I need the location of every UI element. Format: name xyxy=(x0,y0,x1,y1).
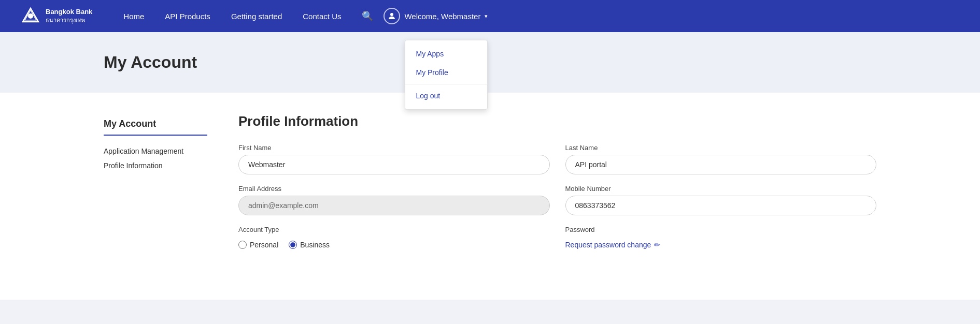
dropdown-my-apps[interactable]: My Apps xyxy=(405,45,487,63)
nav-contact-us[interactable]: Contact Us xyxy=(303,12,341,21)
request-password-text: Request password change xyxy=(565,241,651,249)
request-password-link[interactable]: Request password change ✏ xyxy=(565,241,877,249)
nav-home[interactable]: Home xyxy=(123,12,144,21)
business-radio[interactable] xyxy=(289,241,297,249)
first-name-input[interactable] xyxy=(238,155,550,174)
mobile-input[interactable] xyxy=(565,196,877,215)
first-name-group: First Name xyxy=(238,144,550,174)
main-content: My Account Application Management Profil… xyxy=(0,93,980,300)
user-dropdown-menu: My Apps My Profile Log out xyxy=(405,40,488,110)
business-radio-label[interactable]: Business xyxy=(289,241,330,249)
sidebar-item-application-management[interactable]: Application Management xyxy=(104,144,207,158)
user-avatar-icon xyxy=(384,8,400,24)
last-name-group: Last Name xyxy=(565,144,877,174)
hero-section: My Account xyxy=(0,32,980,93)
account-type-radio-group: Personal Business xyxy=(238,241,550,249)
svg-point-3 xyxy=(390,13,393,16)
mobile-label: Mobile Number xyxy=(565,185,877,193)
password-label: Password xyxy=(565,226,877,233)
email-group: Email Address xyxy=(238,185,550,215)
nav-getting-started[interactable]: Getting started xyxy=(231,12,282,21)
dropdown-logout[interactable]: Log out xyxy=(405,86,487,105)
welcome-text: Welcome, Webmaster xyxy=(404,12,480,21)
account-type-password-row: Account Type Personal Business Password … xyxy=(238,226,876,249)
last-name-label: Last Name xyxy=(565,144,877,152)
sidebar: My Account Application Management Profil… xyxy=(104,113,207,279)
email-mobile-row: Email Address Mobile Number xyxy=(238,185,876,215)
sidebar-title: My Account xyxy=(104,119,207,136)
password-group: Password Request password change ✏ xyxy=(565,226,877,249)
last-name-input[interactable] xyxy=(565,155,877,174)
nav-api-products[interactable]: API Products xyxy=(165,12,210,21)
profile-section: Profile Information First Name Last Name… xyxy=(238,113,876,279)
personal-radio-label[interactable]: Personal xyxy=(238,241,278,249)
user-menu-button[interactable]: Welcome, Webmaster ▾ xyxy=(384,8,488,24)
logo-name: Bangkok Bank xyxy=(46,8,92,17)
email-label: Email Address xyxy=(238,185,550,193)
dropdown-my-profile[interactable]: My Profile xyxy=(405,63,487,82)
first-name-label: First Name xyxy=(238,144,550,152)
account-type-label: Account Type xyxy=(238,226,550,233)
business-label: Business xyxy=(300,241,330,249)
dropdown-divider xyxy=(405,84,487,84)
personal-radio[interactable] xyxy=(238,241,247,249)
page-title: My Account xyxy=(104,53,980,72)
account-type-group: Account Type Personal Business xyxy=(238,226,550,249)
dropdown-arrow-icon: ▾ xyxy=(485,13,488,20)
edit-icon: ✏ xyxy=(654,241,660,249)
header-right: 🔍 Welcome, Webmaster ▾ My Apps My Profil… xyxy=(362,8,488,24)
sidebar-item-profile-information[interactable]: Profile Information xyxy=(104,158,207,173)
logo: Bangkok Bank ธนาคารกรุงเทพ xyxy=(21,6,92,26)
mobile-group: Mobile Number xyxy=(565,185,877,215)
personal-label: Personal xyxy=(250,241,278,249)
search-icon: 🔍 xyxy=(362,11,373,21)
svg-point-1 xyxy=(28,13,33,19)
nav-area: Home API Products Getting started Contac… xyxy=(123,8,488,24)
profile-section-title: Profile Information xyxy=(238,113,876,129)
name-row: First Name Last Name xyxy=(238,144,876,174)
search-button[interactable]: 🔍 xyxy=(362,10,373,22)
email-input[interactable] xyxy=(238,196,550,215)
main-nav: Home API Products Getting started Contac… xyxy=(123,12,341,21)
logo-name-thai: ธนาคารกรุงเทพ xyxy=(46,17,92,24)
header: Bangkok Bank ธนาคารกรุงเทพ Home API Prod… xyxy=(0,0,980,32)
